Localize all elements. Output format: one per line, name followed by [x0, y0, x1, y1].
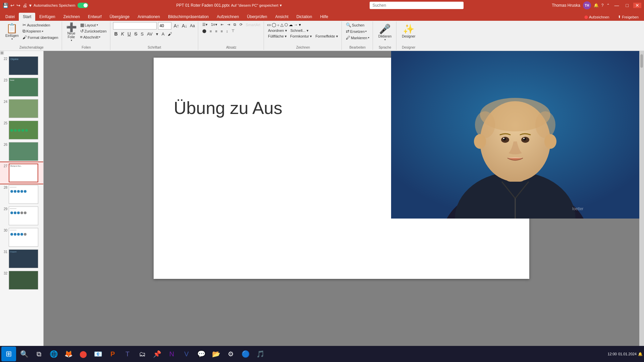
shape-3[interactable]: ⬦ — [277, 22, 280, 27]
tab-zeichnen[interactable]: Zeichnen — [59, 13, 84, 21]
undo-icon[interactable]: ↩ — [10, 3, 14, 8]
taskbar-misc1[interactable]: 🗂 — [136, 347, 149, 361]
ribbon-toggle-icon[interactable]: ⌃ — [606, 3, 610, 8]
taskbar-misc6[interactable]: 🔵 — [239, 347, 252, 361]
replace-button[interactable]: ⇄ Ersetzen ▾ — [344, 28, 368, 34]
taskbar-edge[interactable]: 🌐 — [47, 347, 60, 361]
tab-aufzeichnen-btn[interactable]: ⬤ Aufzeichnen — [580, 13, 613, 21]
format-paint-button[interactable]: 🖌 Format übertragen — [21, 35, 59, 40]
char-spacing-button[interactable]: AV — [146, 31, 154, 37]
tab-dictation[interactable]: Dictation — [292, 13, 316, 21]
save-icon[interactable]: 💾 — [3, 3, 8, 8]
line-spacing-button[interactable]: ↕ — [225, 28, 229, 34]
smartart-button[interactable]: SmartArt — [245, 22, 262, 27]
new-slide-button[interactable]: ➕ NeueFolie ▾ — [65, 22, 78, 43]
taskbar-firefox[interactable]: 🦊 — [62, 347, 75, 361]
slide-item-32[interactable]: 32 — [0, 269, 43, 291]
quick-styles-button[interactable]: Schnell... ▾ — [289, 28, 310, 33]
font-name-input[interactable] — [113, 22, 157, 29]
taskbar-misc3[interactable]: 💬 — [195, 347, 208, 361]
copy-button[interactable]: ⧉ Kopieren ▾ — [21, 28, 59, 34]
taskbar-search[interactable]: 🔍 — [17, 347, 31, 361]
layout-button[interactable]: ▦ Layout ▾ — [79, 22, 108, 28]
text-direction-button[interactable]: ⟳ — [238, 22, 244, 27]
slide-item-29[interactable]: 29 ———— — [0, 205, 43, 227]
arrange-button[interactable]: Anordnen ▾ — [267, 28, 288, 33]
font-change-case-button[interactable]: Aa — [189, 23, 196, 28]
underline-button[interactable]: U — [126, 31, 132, 37]
taskbar-visio[interactable]: V — [180, 347, 193, 361]
shape-4[interactable]: △ — [280, 22, 284, 27]
select-button[interactable]: 🖊 Markieren ▾ — [344, 35, 371, 41]
taskbar-outlook[interactable]: 📧 — [91, 347, 105, 361]
tab-hilfe[interactable]: Hilfe — [316, 13, 332, 21]
taskbar-misc2[interactable]: 📌 — [150, 347, 164, 361]
tab-übergänge[interactable]: Übergänge — [106, 13, 133, 21]
maximize-button[interactable]: □ — [624, 3, 631, 8]
taskbar-powerpoint[interactable]: P — [106, 347, 119, 361]
close-button[interactable]: ✕ — [633, 3, 641, 8]
align-right-button[interactable]: ≡ — [214, 28, 218, 34]
shape-more[interactable]: ▾ — [299, 22, 301, 27]
strikethrough-button[interactable]: S — [133, 31, 139, 37]
italic-button[interactable]: K — [120, 31, 125, 37]
slide-panel-scrollbar[interactable] — [0, 51, 4, 55]
inc-indent-button[interactable]: ⇥ — [226, 22, 231, 27]
dictate-button[interactable]: 🎤 Diktieren ▾ — [376, 22, 394, 43]
redo-icon[interactable]: ↪ — [16, 3, 20, 8]
taskbar-misc5[interactable]: ⚙ — [224, 347, 237, 361]
slide-item-22[interactable]: 22 Objekte — [0, 55, 43, 76]
font-size-decrease-button[interactable]: A↓ — [181, 23, 188, 28]
taskbar-misc7[interactable]: 🎵 — [254, 347, 267, 361]
tab-datei[interactable]: Datei — [1, 13, 19, 21]
slide-item-27[interactable]: 27 Übung zu Aus... — [0, 162, 43, 184]
taskbar-taskview[interactable]: ⧉ — [32, 347, 46, 361]
font-highlight-button[interactable]: 🖌 — [166, 31, 173, 37]
effect-button[interactable]: Formeffekte ▾ — [314, 34, 339, 39]
canvas-vscroll[interactable] — [639, 51, 644, 353]
font-arrow-button[interactable]: ▾ — [155, 31, 160, 37]
tab-bildschirmpräsentation[interactable]: Bildschirmpräsentation — [164, 13, 213, 21]
shape-2[interactable]: ◯ — [271, 22, 276, 27]
font-color-button[interactable]: A — [160, 31, 166, 37]
bold-button[interactable]: B — [113, 31, 119, 37]
tab-freigeben[interactable]: ⬆ Freigeben — [614, 13, 643, 21]
designer-button[interactable]: ✨ Designer — [399, 22, 418, 40]
tab-start[interactable]: Start — [19, 13, 35, 21]
start-button[interactable]: ⊞ — [1, 347, 16, 361]
search-input[interactable] — [370, 2, 464, 9]
align-center-button[interactable]: ≡ — [208, 28, 213, 34]
taskbar-onenote[interactable]: N — [165, 347, 178, 361]
bullets-button[interactable]: ☰▾ — [201, 22, 209, 27]
slide-item-26[interactable]: 26 — [0, 141, 43, 162]
paste-button[interactable]: 📋 Einfügen ▾ — [3, 22, 20, 41]
slide-item-31[interactable]: 31 Gruppen — [0, 248, 43, 269]
reset-button[interactable]: ↺ Zurücksetzen — [79, 28, 108, 34]
taskbar-chrome[interactable]: ⬤ — [76, 347, 90, 361]
search-button[interactable]: 🔍 Suchen — [344, 22, 366, 28]
minimize-button[interactable]: — — [612, 3, 621, 8]
dec-indent-button[interactable]: ⇤ — [219, 22, 225, 27]
slide-item-24[interactable]: 24 — [0, 98, 43, 119]
taskbar-teams[interactable]: T — [121, 347, 134, 361]
font-size-increase-button[interactable]: A↑ — [173, 23, 180, 28]
cut-button[interactable]: ✂ Ausschneiden — [21, 22, 59, 28]
taskbar-notification[interactable]: 🔔 — [638, 352, 643, 356]
tab-entwurf[interactable]: Entwurf — [84, 13, 106, 21]
tab-aufzeichnen[interactable]: Aufzeichnen — [213, 13, 243, 21]
text-align-button[interactable]: ⊤ — [230, 28, 236, 34]
columns-button[interactable]: ⧉ — [232, 22, 237, 27]
text-shadow-button[interactable]: S — [140, 31, 145, 37]
taskbar-misc4[interactable]: 📂 — [209, 347, 223, 361]
justify-button[interactable]: ≡ — [219, 28, 224, 34]
section-button[interactable]: ≡ Abschnitt ▾ — [79, 34, 108, 40]
fill-button[interactable]: Füllfläche ▾ — [267, 34, 288, 39]
help-icon[interactable]: ? — [601, 3, 604, 8]
autosave-toggle[interactable] — [77, 3, 88, 8]
outline-button[interactable]: Formkontur ▾ — [289, 34, 313, 39]
slide-item-23[interactable]: 23 forest — [0, 76, 43, 98]
slide-item-28[interactable]: 28 ———— — [0, 184, 43, 205]
tab-ansicht[interactable]: Ansicht — [271, 13, 292, 21]
print-icon[interactable]: 🖨 — [22, 3, 27, 8]
tab-animationen[interactable]: Animationen — [133, 13, 164, 21]
